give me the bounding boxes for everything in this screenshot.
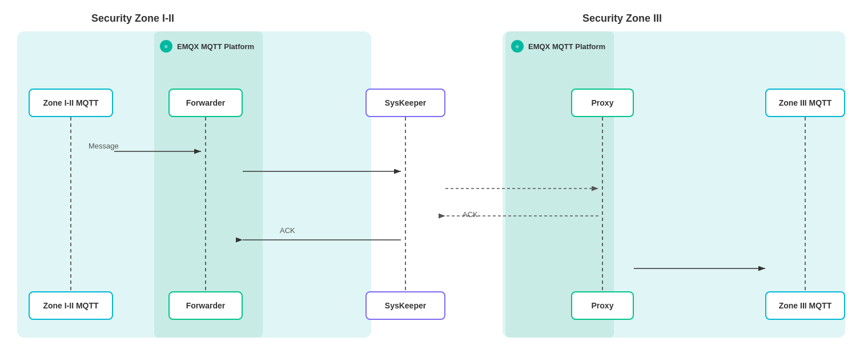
proxy-top: Proxy	[571, 89, 634, 117]
ack-label-left: ACK	[280, 226, 295, 235]
proxy-bot: Proxy	[571, 291, 634, 320]
emqx-right-icon: ≡	[511, 40, 524, 53]
zone-left-title: Security Zone I-II	[91, 13, 174, 25]
emqx-right-label: ≡ EMQX MQTT Platform	[511, 40, 605, 53]
emqx-left-icon: ≡	[160, 40, 172, 53]
emqx-left-label: ≡ EMQX MQTT Platform	[160, 40, 254, 53]
syskeeper-top: SysKeeper	[365, 89, 445, 117]
zone-mqtt-top-right: Zone III MQTT	[765, 89, 845, 117]
zone-right-title: Security Zone III	[582, 13, 662, 25]
zone-mqtt-top-left: Zone I-II MQTT	[29, 89, 113, 117]
syskeeper-bot: SysKeeper	[365, 291, 445, 320]
diagram-container: Security Zone I-II Security Zone III ≡ E…	[0, 0, 868, 349]
forwarder-bot: Forwarder	[168, 291, 243, 320]
zone-mqtt-bot-left: Zone I-II MQTT	[29, 291, 113, 320]
message-label: Message	[89, 142, 119, 150]
ack-label-right: ACK	[463, 210, 478, 219]
forwarder-top: Forwarder	[168, 89, 243, 117]
zone-mqtt-bot-right: Zone III MQTT	[765, 291, 845, 320]
